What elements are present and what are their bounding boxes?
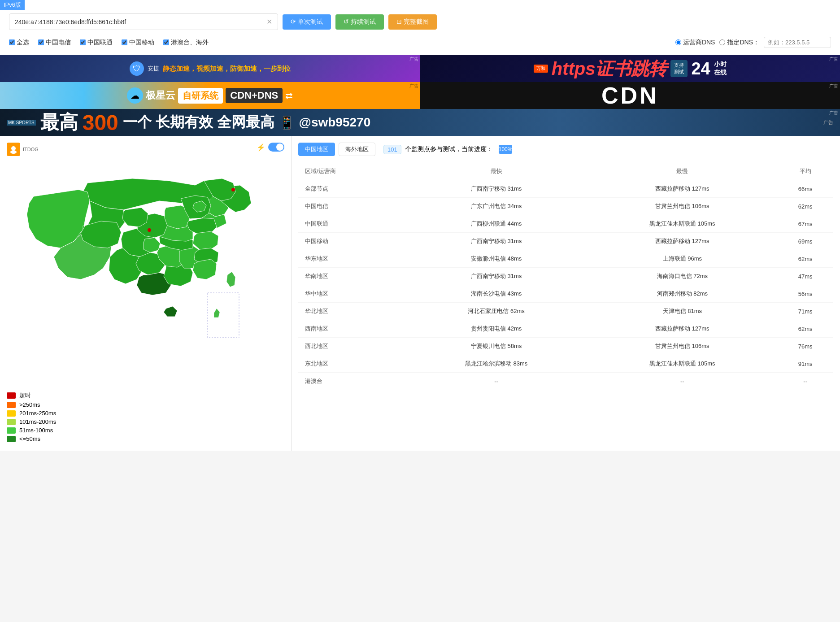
table-header-row: 区域/运营商 最快 最慢 平均 — [298, 163, 833, 180]
cell-slowest: -- — [587, 373, 777, 390]
search-row: ✕ ⟳ 单次测试 ↺ 持续测试 ⊡ 完整截图 — [9, 13, 831, 30]
ad-2-right[interactable]: 广告 CDN — [420, 82, 840, 109]
cell-avg: -- — [777, 373, 833, 390]
cell-slowest: 黑龙江佳木斯联通 105ms — [587, 355, 777, 373]
legend-item: >250ms — [7, 401, 284, 408]
cell-avg: 66ms — [777, 180, 833, 198]
tab-china[interactable]: 中国地区 — [298, 143, 335, 156]
cell-slowest: 海南海口电信 72ms — [587, 268, 777, 285]
table-row: 华北地区 河北石家庄电信 62ms 天津电信 81ms 71ms — [298, 303, 833, 320]
table-row: 西北地区 宁夏银川电信 58ms 甘肃兰州电信 106ms 76ms — [298, 338, 833, 355]
ad-row-2: 广告 ☁ 极星云 自研系统 CDN+DNS ⇄ 广告 CDN — [0, 82, 840, 109]
results-table: 区域/运营商 最快 最慢 平均 全部节点 广西南宁移动 31ms 西藏拉萨移动 … — [298, 163, 833, 390]
svg-point-34 — [148, 228, 151, 232]
cell-avg: 67ms — [777, 215, 833, 233]
legend-item: 201ms-250ms — [7, 410, 284, 417]
cell-region: 西北地区 — [298, 338, 405, 355]
ad-1-left[interactable]: 广告 🛡 安捷 静态加速，视频加速，防御加速，一步到位 — [0, 55, 420, 82]
dns-section: 运营商DNS 指定DNS： — [675, 37, 831, 48]
ad-2-left[interactable]: 广告 ☁ 极星云 自研系统 CDN+DNS ⇄ — [0, 82, 420, 109]
dns-isp-option[interactable]: 运营商DNS — [675, 39, 715, 47]
itdog-logo: ITDOG — [7, 143, 284, 156]
table-row: 华中地区 湖南长沙电信 43ms 河南郑州移动 82ms 56ms — [298, 285, 833, 303]
cell-avg: 56ms — [777, 285, 833, 303]
ad-row-1: 广告 🛡 安捷 静态加速，视频加速，防御加速，一步到位 广告 万和 https证… — [0, 55, 840, 82]
cell-fastest: 贵州贵阳电信 42ms — [405, 320, 587, 338]
single-test-button[interactable]: ⟳ 单次测试 — [283, 14, 331, 30]
cell-slowest: 西藏拉萨移动 127ms — [587, 320, 777, 338]
top-section: ✕ ⟳ 单次测试 ↺ 持续测试 ⊡ 完整截图 全选 中国电信 中国联通 中国移动… — [0, 0, 840, 55]
table-row: 西南地区 贵州贵阳电信 42ms 西藏拉萨移动 127ms 62ms — [298, 320, 833, 338]
monitor-count-badge: 101 — [383, 145, 401, 154]
ads-section: 广告 🛡 安捷 静态加速，视频加速，防御加速，一步到位 广告 万和 https证… — [0, 55, 840, 136]
main-content: ITDOG ⚡ — [0, 136, 840, 451]
search-input[interactable] — [15, 18, 266, 26]
ad-label-2r: 广告 — [829, 83, 838, 89]
cell-region: 中国电信 — [298, 198, 405, 215]
cell-fastest: -- — [405, 373, 587, 390]
ad-3-full[interactable]: 广告 MK SPORTS 最高 300 一个 长期有效 全网最高 📱 @swb9… — [0, 109, 840, 136]
cell-fastest: 广西南宁移动 31ms — [405, 180, 587, 198]
clear-icon[interactable]: ✕ — [266, 17, 272, 26]
cell-fastest: 广西南宁移动 31ms — [405, 233, 587, 250]
cell-slowest: 天津电信 81ms — [587, 303, 777, 320]
map-container — [7, 161, 284, 385]
legend-color — [7, 410, 16, 417]
svg-point-0 — [11, 146, 16, 151]
ad-label-3: 广告 — [829, 110, 838, 116]
itdog-logo-icon — [7, 143, 20, 156]
continuous-test-button[interactable]: ↺ 持续测试 — [335, 14, 384, 30]
ad-1-right[interactable]: 广告 万和 https证书跳转 支持测试 24 小时在线 — [420, 55, 840, 82]
tab-overseas[interactable]: 海外地区 — [339, 143, 375, 156]
cell-slowest: 西藏拉萨移动 127ms — [587, 180, 777, 198]
screenshot-button[interactable]: ⊡ 完整截图 — [388, 14, 437, 30]
cell-region: 华东地区 — [298, 250, 405, 268]
table-row: 中国移动 广西南宁移动 31ms 西藏拉萨移动 127ms 69ms — [298, 233, 833, 250]
ad-label-1: 广告 — [409, 56, 418, 62]
col-fastest: 最快 — [405, 163, 587, 180]
table-row: 东北地区 黑龙江哈尔滨移动 83ms 黑龙江佳木斯联通 105ms 91ms — [298, 355, 833, 373]
legend-item: 51ms-100ms — [7, 427, 284, 434]
dns-custom-input[interactable] — [764, 37, 831, 48]
results-section: 中国地区 海外地区 101 个监测点参与测试，当前进度： 100% 区域/运营商… — [292, 136, 840, 451]
cell-avg: 62ms — [777, 320, 833, 338]
cell-fastest: 湖南长沙电信 43ms — [405, 285, 587, 303]
table-row: 华南地区 广西南宁移动 31ms 海南海口电信 72ms 47ms — [298, 268, 833, 285]
progress-bar-wrapper: 100% — [499, 145, 513, 154]
cell-fastest: 河北石家庄电信 62ms — [405, 303, 587, 320]
legend-label: <=50ms — [19, 435, 40, 442]
legend-color — [7, 402, 16, 408]
cell-region: 西南地区 — [298, 320, 405, 338]
legend-label: 超时 — [19, 391, 31, 400]
dns-custom-option[interactable]: 指定DNS： — [719, 39, 759, 47]
cell-slowest: 黑龙江佳木斯联通 105ms — [587, 215, 777, 233]
filter-telecom[interactable]: 中国电信 — [38, 39, 71, 47]
filter-all[interactable]: 全选 — [9, 39, 29, 47]
filter-unicom[interactable]: 中国联通 — [80, 39, 113, 47]
cell-region: 全部节点 — [298, 180, 405, 198]
ipv6-badge: IPv6版 — [0, 0, 25, 10]
legend-color — [7, 427, 16, 434]
toggle-switch[interactable] — [268, 143, 284, 152]
filter-mobile[interactable]: 中国移动 — [122, 39, 154, 47]
legend-color — [7, 436, 16, 442]
cell-slowest: 甘肃兰州电信 106ms — [587, 198, 777, 215]
cell-region: 港澳台 — [298, 373, 405, 390]
cell-slowest: 河南郑州移动 82ms — [587, 285, 777, 303]
table-row: 港澳台 -- -- -- — [298, 373, 833, 390]
legend-label: 51ms-100ms — [19, 427, 53, 434]
filter-hk-overseas[interactable]: 港澳台、海外 — [163, 39, 209, 47]
itdog-logo-text: ITDOG — [23, 147, 39, 152]
cell-fastest: 安徽滁州电信 48ms — [405, 250, 587, 268]
legend-label: >250ms — [19, 401, 40, 408]
svg-point-1 — [10, 150, 17, 154]
results-tabs-row: 中国地区 海外地区 101 个监测点参与测试，当前进度： 100% — [298, 143, 833, 156]
cell-avg: 69ms — [777, 233, 833, 250]
legend-color — [7, 419, 16, 425]
legend-color — [7, 392, 16, 399]
cell-avg: 62ms — [777, 198, 833, 215]
cell-region: 华北地区 — [298, 303, 405, 320]
cell-avg: 71ms — [777, 303, 833, 320]
col-avg: 平均 — [777, 163, 833, 180]
toggle-knob — [276, 144, 283, 151]
